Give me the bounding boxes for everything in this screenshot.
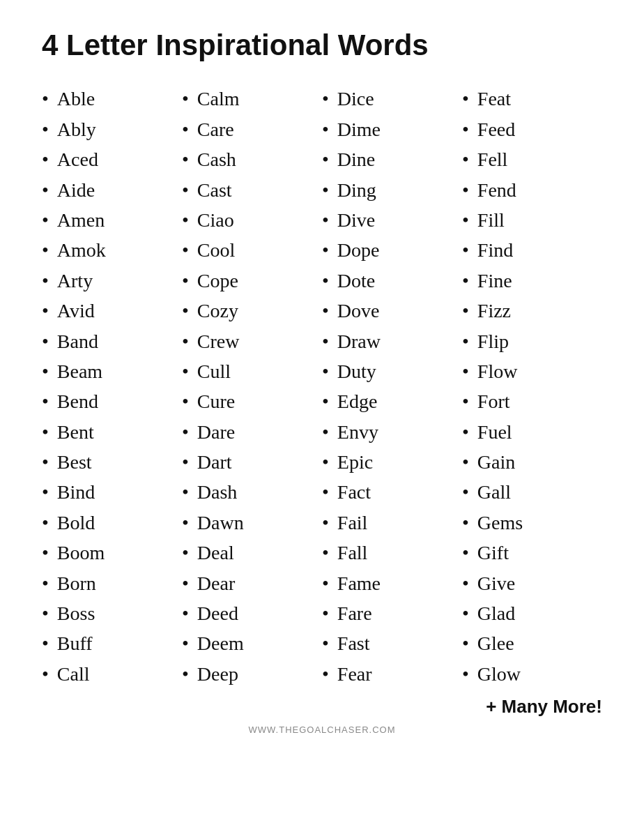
list-item: Edge [322, 386, 462, 416]
list-item: Fact [322, 477, 462, 507]
page-title: 4 Letter Inspirational Words [42, 28, 602, 63]
list-item: Draw [322, 326, 462, 356]
list-item: Cool [182, 235, 322, 265]
list-item: Fine [462, 266, 602, 296]
list-item: Ding [322, 175, 462, 205]
list-item: Glee [462, 628, 602, 658]
word-grid: AbleAblyAcedAideAmenAmokArtyAvidBandBeam… [42, 84, 602, 689]
list-item: Dear [182, 568, 322, 598]
list-item: Deem [182, 628, 322, 658]
list-item: Fast [322, 628, 462, 658]
list-item: Feat [462, 84, 602, 114]
list-item: Able [42, 84, 182, 114]
list-item: Dare [182, 417, 322, 447]
list-item: Flip [462, 326, 602, 356]
list-item: Fort [462, 386, 602, 416]
list-item: Gain [462, 447, 602, 477]
list-item: Bend [42, 386, 182, 416]
list-item: Best [42, 447, 182, 477]
list-item: Deep [182, 659, 322, 689]
list-item: Calm [182, 84, 322, 114]
list-item: Bold [42, 508, 182, 538]
list-item: Amen [42, 205, 182, 235]
word-column-3: DiceDimeDineDingDiveDopeDoteDoveDrawDuty… [322, 84, 462, 689]
list-item: Bent [42, 417, 182, 447]
list-item: Deed [182, 598, 322, 628]
word-column-2: CalmCareCashCastCiaoCoolCopeCozyCrewCull… [182, 84, 322, 689]
list-item: Ably [42, 114, 182, 144]
list-item: Cozy [182, 296, 322, 326]
list-item: Avid [42, 296, 182, 326]
list-item: Find [462, 235, 602, 265]
list-item: Cash [182, 144, 322, 174]
list-item: Envy [322, 417, 462, 447]
list-item: Cull [182, 356, 322, 386]
list-item: Cast [182, 175, 322, 205]
list-item: Dash [182, 477, 322, 507]
list-item: Boom [42, 538, 182, 568]
list-item: Epic [322, 447, 462, 477]
list-item: Fail [322, 508, 462, 538]
list-item: Dive [322, 205, 462, 235]
word-column-1: AbleAblyAcedAideAmenAmokArtyAvidBandBeam… [42, 84, 182, 689]
list-item: Dawn [182, 508, 322, 538]
list-item: Give [462, 568, 602, 598]
list-item: Ciao [182, 205, 322, 235]
list-item: Deal [182, 538, 322, 568]
website-url: WWW.THEGOALCHASER.COM [42, 725, 602, 735]
list-item: Aced [42, 144, 182, 174]
list-item: Dote [322, 266, 462, 296]
list-item: Gems [462, 508, 602, 538]
word-column-4: FeatFeedFellFendFillFindFineFizzFlipFlow… [462, 84, 602, 689]
list-item: Flow [462, 356, 602, 386]
list-item: Fare [322, 598, 462, 628]
list-item: Fall [322, 538, 462, 568]
list-item: Fuel [462, 417, 602, 447]
list-item: Bind [42, 477, 182, 507]
list-item: Boss [42, 598, 182, 628]
list-item: Dope [322, 235, 462, 265]
list-item: Crew [182, 326, 322, 356]
list-item: Aide [42, 175, 182, 205]
list-item: Glad [462, 598, 602, 628]
list-item: Fill [462, 205, 602, 235]
list-item: Born [42, 568, 182, 598]
list-item: Glow [462, 659, 602, 689]
list-item: Arty [42, 266, 182, 296]
list-item: Buff [42, 628, 182, 658]
list-item: Cope [182, 266, 322, 296]
list-item: Band [42, 326, 182, 356]
list-item: Fend [462, 175, 602, 205]
list-item: Amok [42, 235, 182, 265]
list-item: Cure [182, 386, 322, 416]
list-item: Gift [462, 538, 602, 568]
list-item: Dove [322, 296, 462, 326]
list-item: Call [42, 659, 182, 689]
list-item: Fear [322, 659, 462, 689]
many-more-label: + Many More! [42, 696, 602, 718]
list-item: Fame [322, 568, 462, 598]
list-item: Dime [322, 114, 462, 144]
list-item: Dart [182, 447, 322, 477]
list-item: Care [182, 114, 322, 144]
list-item: Feed [462, 114, 602, 144]
list-item: Beam [42, 356, 182, 386]
list-item: Dice [322, 84, 462, 114]
list-item: Fell [462, 144, 602, 174]
footer: + Many More! [42, 696, 602, 718]
list-item: Fizz [462, 296, 602, 326]
list-item: Duty [322, 356, 462, 386]
list-item: Dine [322, 144, 462, 174]
list-item: Gall [462, 477, 602, 507]
